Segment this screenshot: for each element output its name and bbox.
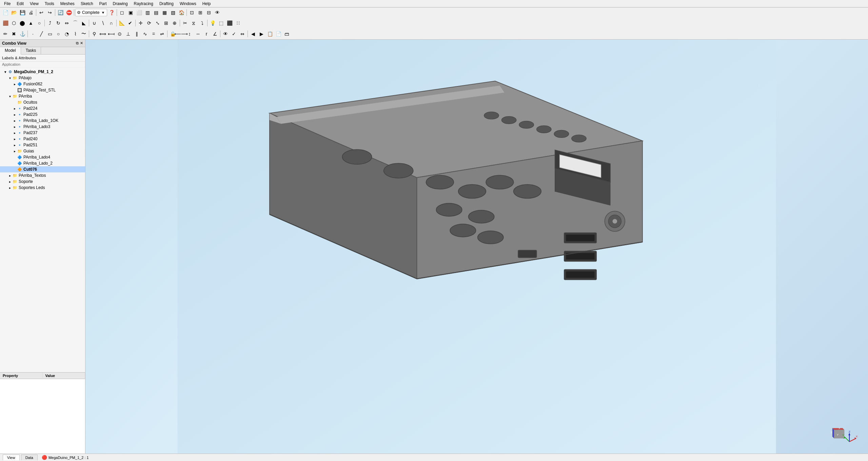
tree-item-guias[interactable]: ▸ 📁 Guias	[0, 148, 85, 154]
tree-item-pabajo[interactable]: ▾ 📁 PAbajo	[0, 75, 85, 81]
sketch-validate-btn[interactable]: ✓	[230, 30, 238, 38]
menu-view[interactable]: View	[27, 1, 41, 7]
stop-button[interactable]: ⛔	[65, 8, 73, 17]
chamfer-btn[interactable]: ◣	[80, 19, 88, 27]
constraint-vert-btn[interactable]: ⟻	[107, 30, 115, 38]
scale-btn[interactable]: ⤡	[154, 19, 162, 27]
view-sketch-btn[interactable]: 👁	[221, 30, 230, 38]
print-button[interactable]: 🖨	[27, 8, 35, 17]
menu-sketch[interactable]: Sketch	[78, 1, 96, 7]
revolve-btn[interactable]: ↻	[54, 19, 62, 27]
light-btn[interactable]: 💡	[209, 19, 217, 27]
offset-btn[interactable]: ⊕	[171, 19, 179, 27]
points-btn[interactable]: ∷	[234, 19, 242, 27]
save-button[interactable]: 💾	[18, 8, 26, 17]
shaded-btn[interactable]: ⬛	[225, 19, 234, 27]
toggle-soportes-leds[interactable]: ▸	[7, 185, 12, 190]
boolean-cut-btn[interactable]: ∖	[99, 19, 107, 27]
tree-item-cut076[interactable]: 🔶 Cut076	[0, 166, 85, 172]
sketch-mirror-btn[interactable]: ⇔	[238, 30, 246, 38]
tree-item-pabajo-stl[interactable]: 🔲 PAbajo_Test_STL	[0, 87, 85, 93]
toggle-pad237[interactable]: ▸	[12, 130, 17, 135]
view-top-btn[interactable]: ⬜	[135, 8, 143, 17]
extrude-btn[interactable]: ⤴	[46, 19, 54, 27]
toggle-soporte[interactable]: ▸	[7, 179, 12, 184]
tree-item-parriba-lado3[interactable]: ▸ 🔹 PArriba_Lado3	[0, 124, 85, 130]
new-button[interactable]: 📄	[1, 8, 9, 17]
toggle-parriba-textos[interactable]: ▸	[7, 173, 12, 178]
close-icon[interactable]: ✕	[80, 41, 83, 45]
nav-next-btn[interactable]: ▶	[257, 30, 265, 38]
import-btn[interactable]: ⤵	[198, 19, 206, 27]
constraint-horiz-btn[interactable]: ⟺	[99, 30, 107, 38]
dim-angle-btn[interactable]: ∠	[211, 30, 219, 38]
drawing-view-btn[interactable]: 🗃	[283, 30, 291, 38]
constraint-coinc-btn[interactable]: ⊙	[116, 30, 124, 38]
menu-raytracing[interactable]: Raytracing	[131, 1, 156, 7]
tree-item-parriba-lado4[interactable]: 🔷 PArriba_Lado4	[0, 154, 85, 160]
view-right-btn[interactable]: ▥	[143, 8, 152, 17]
tree-item-parriba-lado2[interactable]: 🔷 PArriba_Lado_2	[0, 160, 85, 166]
section-btn[interactable]: ✂	[181, 19, 189, 27]
dim-dist-btn[interactable]: ↔	[194, 30, 202, 38]
tree-item-pad240[interactable]: ▸ 🔹 Pad240	[0, 136, 85, 142]
tree-item-parriba-textos[interactable]: ▸ 📁 PArriba_Textos	[0, 172, 85, 179]
tree-item-ocultos[interactable]: 📁 Ocultos	[0, 99, 85, 105]
workbench-dropdown[interactable]: ⚙ Complete ▾	[75, 9, 107, 16]
move-btn[interactable]: ✛	[137, 19, 145, 27]
dim-radius-btn[interactable]: r	[202, 30, 211, 38]
redo-button[interactable]: ↪	[46, 8, 54, 17]
menu-edit[interactable]: Edit	[14, 1, 26, 7]
drawing-page-btn[interactable]: 📄	[274, 30, 282, 38]
tree-item-soporte[interactable]: ▸ 📁 Soporte	[0, 179, 85, 185]
sketch-rect-btn[interactable]: ▭	[46, 30, 54, 38]
menu-part[interactable]: Part	[97, 1, 110, 7]
sketch-line-btn[interactable]: ╱	[37, 30, 45, 38]
sketch-point-btn[interactable]: ·	[29, 30, 37, 38]
tree-item-pad237[interactable]: ▸ 🔹 Pad237	[0, 130, 85, 136]
tab-tasks[interactable]: Tasks	[21, 47, 41, 54]
constraint-fix-btn[interactable]: ⚲	[90, 30, 98, 38]
toggle-parriba[interactable]: ▾	[7, 94, 12, 99]
constraint-equal-btn[interactable]: =	[150, 30, 158, 38]
toggle-fusion062[interactable]: ▸	[12, 82, 17, 86]
doc-icon-btn[interactable]: 📋	[266, 30, 274, 38]
sketch-spline-btn[interactable]: 〜	[80, 30, 88, 38]
status-tab-data[interactable]: Data	[21, 455, 38, 460]
view-std-btn[interactable]: ⊟	[205, 8, 213, 17]
constraint-perp-btn[interactable]: ⊥	[124, 30, 132, 38]
menu-drafting[interactable]: Drafting	[157, 1, 176, 7]
view-fit-btn[interactable]: ⊡	[188, 8, 196, 17]
open-button[interactable]: 📂	[10, 8, 18, 17]
sketch-close-btn[interactable]: ✖	[10, 30, 18, 38]
rotate-btn[interactable]: ⟳	[145, 19, 153, 27]
tree-item-pad225[interactable]: ▸ 🔹 Pad225	[0, 111, 85, 118]
view-front-btn[interactable]: ▣	[126, 8, 135, 17]
fillet-btn[interactable]: ⌒	[71, 19, 79, 27]
undo-button[interactable]: ↩	[37, 8, 45, 17]
dim-horiz-btn[interactable]: ⟵⟶	[177, 30, 185, 38]
toggle-pabajo[interactable]: ▾	[7, 76, 12, 80]
check-geometry-btn[interactable]: ✔	[126, 19, 134, 27]
part-sphere-btn[interactable]: ⬤	[18, 19, 26, 27]
wireframe-btn[interactable]: ⬚	[217, 19, 225, 27]
tree-item-parriba-lado1ok[interactable]: ▸ 🔹 PArriba_Lado_1OK	[0, 118, 85, 124]
view-bottom-btn[interactable]: ▦	[160, 8, 169, 17]
refresh-button[interactable]: 🔄	[56, 8, 64, 17]
boolean-union-btn[interactable]: ∪	[90, 19, 98, 27]
boolean-common-btn[interactable]: ∩	[107, 19, 115, 27]
toggle-parriba-lado3[interactable]: ▸	[12, 124, 17, 129]
tree-item-root[interactable]: ▾ ⚙ MegaDuino_PM_1_2	[0, 69, 85, 75]
toggle-root[interactable]: ▾	[3, 69, 7, 74]
tree-item-pad251[interactable]: ▸ 🔹 Pad251	[0, 142, 85, 148]
tree-item-pad224[interactable]: ▸ 🔹 Pad224	[0, 105, 85, 111]
toggle-pad224[interactable]: ▸	[12, 106, 17, 111]
sketch-attach-btn[interactable]: ⚓	[18, 30, 26, 38]
help-btn[interactable]: ❓	[107, 8, 116, 17]
sketch-new-btn[interactable]: ✏	[1, 30, 9, 38]
view-3d-btn[interactable]: 👁	[213, 8, 221, 17]
menu-help[interactable]: Help	[200, 1, 214, 7]
toggle-pad240[interactable]: ▸	[12, 137, 17, 141]
tab-model[interactable]: Model	[0, 47, 21, 55]
constraint-parallel-btn[interactable]: ∥	[133, 30, 141, 38]
